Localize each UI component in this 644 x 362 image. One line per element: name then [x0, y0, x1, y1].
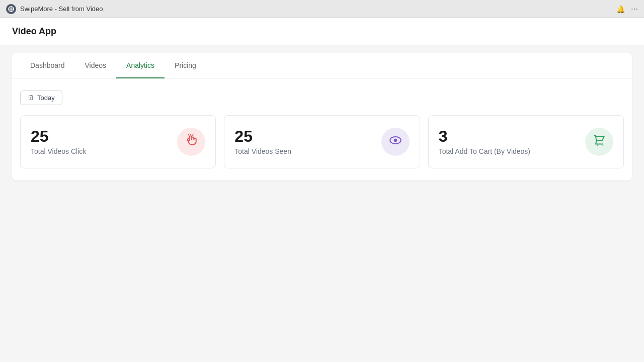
svg-point-7: [393, 139, 397, 142]
stat-label-videos-seen: Total Videos Seen: [234, 147, 291, 155]
browser-title: SwipeMore - Sell from Video: [20, 5, 612, 13]
svg-line-4: [192, 135, 193, 136]
stat-label-videos-click: Total Videos Click: [31, 147, 86, 155]
notification-icon[interactable]: 🔔: [616, 5, 625, 13]
svg-line-5: [188, 135, 189, 136]
hand-click-icon: [185, 134, 198, 150]
stat-info-videos-seen: 25 Total Videos Seen: [234, 128, 291, 155]
tab-videos[interactable]: Videos: [75, 53, 117, 78]
app-header: Video App: [0, 18, 644, 45]
browser-bar: SwipeMore - Sell from Video 🔔 ⋯: [0, 0, 644, 18]
stat-card-add-to-cart: 3 Total Add To Cart (By Videos): [428, 115, 624, 168]
tab-analytics[interactable]: Analytics: [116, 53, 165, 78]
stat-icon-add-to-cart: [585, 128, 613, 156]
main-card: Dashboard Videos Analytics Pricing 🗓 Tod…: [12, 53, 632, 180]
tab-dashboard[interactable]: Dashboard: [20, 53, 75, 78]
svg-point-9: [603, 145, 604, 146]
calendar-icon: 🗓: [28, 94, 34, 102]
shopping-cart-icon: [593, 134, 606, 150]
tab-pricing[interactable]: Pricing: [165, 53, 206, 78]
stat-info-add-to-cart: 3 Total Add To Cart (By Videos): [439, 128, 530, 155]
tab-bar: Dashboard Videos Analytics Pricing: [12, 53, 632, 78]
svg-point-8: [597, 145, 598, 146]
stat-icon-videos-click: [177, 128, 205, 156]
stat-card-videos-click: 25 Total Videos Click: [20, 115, 216, 168]
stat-icon-videos-seen: [381, 128, 410, 156]
stat-number-add-to-cart: 3: [439, 128, 530, 144]
stats-grid: 25 Total Videos Click: [20, 115, 624, 168]
stat-card-videos-seen: 25 Total Videos Seen: [224, 115, 420, 168]
stat-number-videos-click: 25: [31, 128, 86, 144]
more-icon[interactable]: ⋯: [631, 5, 638, 13]
browser-icons: 🔔 ⋯: [616, 5, 638, 13]
main-content: Dashboard Videos Analytics Pricing 🗓 Tod…: [0, 45, 644, 189]
eye-icon: [389, 134, 402, 150]
app-title: Video App: [12, 26, 632, 37]
analytics-content: 🗓 Today 25 Total Videos Click: [12, 78, 632, 180]
stat-number-videos-seen: 25: [234, 128, 291, 144]
browser-logo: [6, 4, 16, 14]
date-filter-label: Today: [37, 94, 55, 102]
stat-info-videos-click: 25 Total Videos Click: [31, 128, 86, 155]
app-container: Video App Dashboard Videos Analytics Pri…: [0, 18, 644, 362]
stat-label-add-to-cart: Total Add To Cart (By Videos): [439, 147, 530, 155]
date-filter-button[interactable]: 🗓 Today: [20, 90, 62, 105]
